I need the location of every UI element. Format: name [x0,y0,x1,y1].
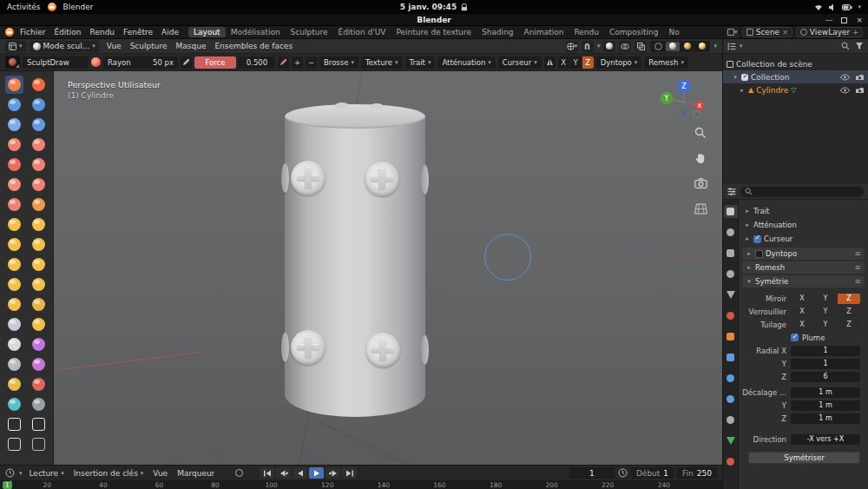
menu-item[interactable]: Édition [49,28,85,36]
current-frame-badge[interactable]: 1 [3,481,12,489]
minimize-button[interactable]: — [825,16,832,24]
transform-orientation-button[interactable]: ▾ [566,41,578,52]
cursor-dropdown[interactable]: Curseur▾ [498,56,542,69]
brush-color-icon[interactable] [91,57,101,67]
draw-sharp-brush[interactable] [30,76,48,94]
auto-key-record-button[interactable] [235,469,243,477]
curseur-checkbox[interactable] [753,235,761,243]
falloff-dropdown[interactable]: Atténuation▾ [437,56,495,69]
proportional-edit-button[interactable] [603,41,615,52]
viewport-menu-item[interactable]: Vue [102,42,126,50]
simplify-brush[interactable] [30,315,48,334]
viewport-3d[interactable]: Perspective Utilisateur (1) Cylindre [54,71,722,465]
radial-z-field[interactable]: 6 [791,372,860,382]
view-menu[interactable]: Vue [150,469,170,478]
mesh-filter-tool[interactable] [30,435,48,453]
strength-pressure-toggle[interactable] [278,56,289,69]
viewport-menu-item[interactable]: Ensembles de faces [210,42,297,50]
shading-wireframe-button[interactable] [651,42,665,51]
subtract-mode-button[interactable]: − [306,56,317,69]
pinch-brush[interactable] [5,215,23,234]
shading-solid-button[interactable] [666,42,680,51]
drag-handle-icon[interactable]: ≡ [854,277,861,286]
panel-attenuation[interactable]: ▸Atténuation [739,218,868,232]
smooth-brush[interactable] [30,155,48,174]
render-camera-icon[interactable] [855,74,865,81]
texture-dropdown[interactable]: Texture▾ [361,56,403,69]
displacement-smear-brush[interactable] [30,355,48,373]
particles-tab[interactable] [724,372,738,385]
scene-tab[interactable] [724,288,738,301]
scene-unlink-icon[interactable]: × [782,29,788,36]
viewport-menu-item[interactable]: Masque [172,42,211,50]
multiplane-scrape-brush[interactable] [30,195,48,214]
snake-hook-brush[interactable] [30,235,48,254]
mask-brush[interactable] [5,335,23,354]
lock-z-toggle[interactable]: Z [838,307,860,317]
outliner-editor-chevron[interactable]: ▾ [740,43,743,50]
gizmo-negative-y[interactable] [694,111,700,118]
world-tab[interactable] [724,309,738,322]
menu-item[interactable]: Fenêtre [119,28,157,36]
pan-hand-tool[interactable] [693,150,708,166]
scene-selector[interactable]: Scene × [742,27,792,37]
offset-x-field[interactable]: 1 m [791,387,860,398]
frame-end-field[interactable]: Fin250 [677,467,717,479]
mirror-z-toggle[interactable]: Z [838,294,860,304]
clock[interactable]: 5 janv. 09:45 [400,3,457,11]
scene-browse-button[interactable]: ▾ [727,27,739,38]
expand-arrow-icon[interactable]: ▸ [739,87,746,94]
workspace-tab[interactable]: Peinture de texture [391,27,477,37]
workspace-tab[interactable]: Layout [188,27,226,37]
maximize-button[interactable] [841,17,847,23]
cloth-brush[interactable] [5,315,23,334]
render-camera-icon[interactable] [855,87,865,94]
clay-brush[interactable] [5,96,23,114]
smear-brush[interactable] [30,375,48,393]
draw-face-sets-brush[interactable] [30,335,48,354]
strength-slider[interactable]: Force [194,56,236,69]
hide-eye-icon[interactable] [840,74,850,81]
focused-app-name[interactable]: Blender [63,3,94,11]
snap-chevron-icon[interactable]: ▾ [597,43,601,50]
panel-remesh[interactable]: ▸Remesh≡ [742,261,865,274]
xray-button[interactable] [635,41,647,52]
radius-slider[interactable]: Rayon 50 px [103,56,178,69]
blender-menu-icon[interactable] [5,28,14,36]
feather-checkbox[interactable] [791,334,799,341]
tile-y-toggle[interactable]: Y [814,320,837,330]
tile-z-toggle[interactable]: Z [838,320,860,330]
panel-dyntopo[interactable]: ▸Dyntopo≡ [742,248,865,260]
offset-y-field[interactable]: 1 m [791,400,860,411]
box-mask-tool[interactable] [5,395,23,413]
viewport-menu-item[interactable]: Sculpture [126,42,172,50]
dyntopo-checkbox[interactable] [755,250,763,258]
zoom-tool[interactable] [693,125,708,141]
current-frame-field[interactable]: 1 [569,467,615,479]
play-reverse-button[interactable] [293,467,307,479]
outliner-row-scene-collection[interactable]: Collection de scène [723,57,868,70]
shading-material-button[interactable] [681,42,694,51]
scrape-brush[interactable] [5,195,23,214]
radial-y-field[interactable]: 1 [791,359,860,369]
inflate-brush[interactable] [5,135,23,154]
shading-rendered-button[interactable] [695,42,709,51]
viewlayer-add-icon[interactable]: + [852,29,858,36]
keying-menu[interactable]: Insertion de clés▾ [71,469,147,478]
frame-ruler[interactable]: 1 20406080100120140160180200220240 [0,480,722,489]
timeline-editor-icon[interactable] [5,468,15,478]
thumb-brush[interactable] [5,255,23,274]
prev-keyframe-button[interactable] [276,467,291,479]
add-mode-button[interactable]: + [292,56,303,69]
line-project-tool[interactable] [5,435,23,453]
symmetrize-button[interactable]: Symétriser [748,452,860,464]
drag-handle-icon[interactable]: ≡ [854,249,861,258]
viewlayer-selector[interactable]: ViewLayer + [796,27,863,37]
search-icon[interactable] [841,42,850,50]
symmetry-x-toggle[interactable]: X [558,56,569,69]
workspace-tab[interactable]: Compositing [604,27,663,37]
snap-magnet-button[interactable] [582,41,594,52]
box-face-set-tool[interactable] [5,415,23,433]
rotate-brush[interactable] [30,275,48,294]
boundary-brush[interactable] [30,295,48,314]
